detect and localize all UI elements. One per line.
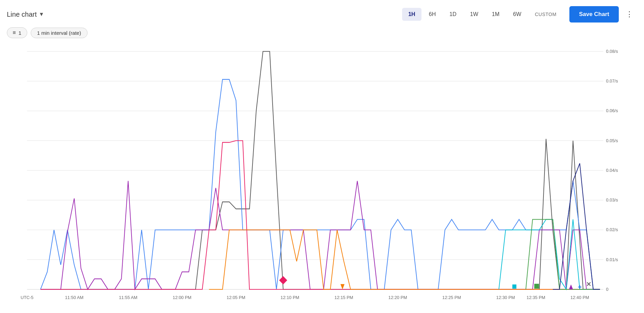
chart-type-label: Line chart [7,11,37,18]
marker-triangle-orange [340,284,344,289]
svg-text:0.08/s: 0.08/s [606,49,618,54]
chart-svg: 0.08/s 0.07/s 0.06/s 0.05/s 0.04/s 0.03/… [7,41,624,307]
marker-square-teal [512,284,517,288]
time-range-6w[interactable]: 6W [507,8,527,21]
svg-text:12:25 PM: 12:25 PM [442,295,461,300]
marker-triangle-purple [569,284,573,289]
svg-text:12:30 PM: 12:30 PM [496,295,515,300]
svg-text:12:05 PM: 12:05 PM [227,295,245,300]
marker-x-gray: ✕ [586,281,591,288]
svg-text:0.01/s: 0.01/s [606,257,618,262]
time-range-1d[interactable]: 1D [443,8,462,21]
svg-text:0.03/s: 0.03/s [606,197,618,203]
filter-icon: ≡ [13,30,16,36]
time-range-6h[interactable]: 6H [423,8,442,21]
sub-header: ≡ 1 1 min interval (rate) [0,26,644,41]
svg-text:0: 0 [606,287,609,292]
chart-container: 0.08/s 0.07/s 0.06/s 0.05/s 0.04/s 0.03/… [0,41,644,307]
chart-type-button[interactable]: Line chart ▼ [7,11,399,18]
page-header: Line chart ▼ 1H 6H 1D 1W 1M 6W CUSTOM Sa… [0,0,644,26]
time-range-custom[interactable]: CUSTOM [529,8,563,20]
svg-text:12:00 PM: 12:00 PM [173,295,191,300]
svg-text:12:40 PM: 12:40 PM [570,295,589,300]
marker-square-green [534,284,539,288]
series-purple [41,181,600,289]
filter-count: 1 [18,30,21,36]
interval-button[interactable]: 1 min interval (rate) [31,28,88,38]
svg-text:0.05/s: 0.05/s [606,138,618,143]
svg-text:12:20 PM: 12:20 PM [388,295,407,300]
save-chart-button[interactable]: Save Chart [569,6,619,23]
time-range-1m[interactable]: 1M [486,8,506,21]
time-range-group: 1H 6H 1D 1W 1M 6W CUSTOM [402,8,563,21]
svg-text:UTC-5: UTC-5 [20,295,33,300]
svg-text:11:50 AM: 11:50 AM [65,295,83,300]
time-range-1h[interactable]: 1H [402,8,421,21]
svg-text:0.02/s: 0.02/s [606,227,618,232]
marker-plus-blue: + [578,283,582,290]
svg-text:12:15 PM: 12:15 PM [335,295,353,300]
svg-text:0.06/s: 0.06/s [606,108,618,113]
series-pink [41,141,600,289]
marker-diamond-pink [279,276,287,285]
time-range-1w[interactable]: 1W [464,8,485,21]
svg-text:12:35 PM: 12:35 PM [526,295,545,300]
filter-button[interactable]: ≡ 1 [7,27,27,38]
chart-type-dropdown-icon: ▼ [39,11,44,17]
svg-text:12:10 PM: 12:10 PM [280,295,299,300]
svg-text:0.07/s: 0.07/s [606,78,618,84]
more-options-button[interactable]: ⋮ [622,7,637,21]
svg-text:11:55 AM: 11:55 AM [119,295,137,300]
svg-text:0.04/s: 0.04/s [606,168,618,173]
series-darkblue [553,163,600,289]
